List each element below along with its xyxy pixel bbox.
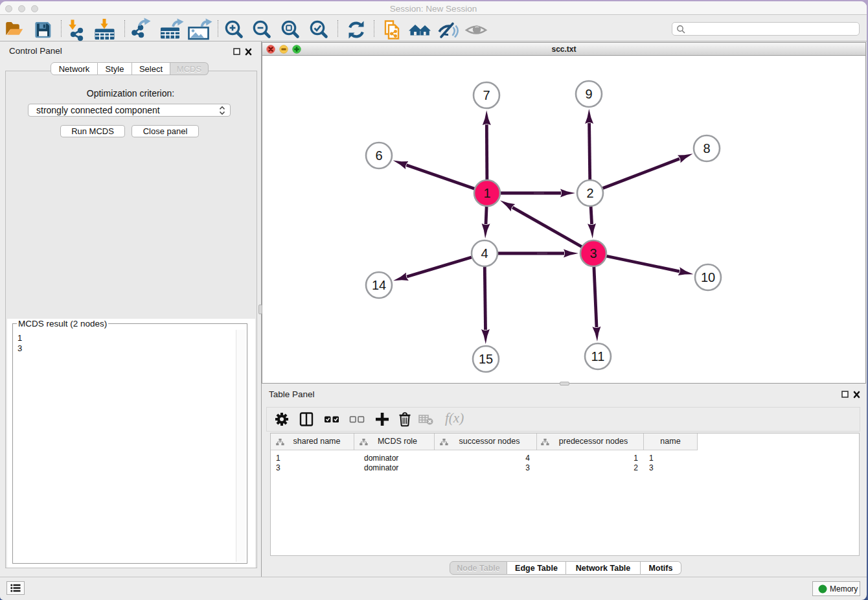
- svg-text:15: 15: [479, 352, 493, 366]
- svg-text:10: 10: [701, 270, 715, 284]
- svg-text:1: 1: [483, 186, 490, 200]
- svg-text:7: 7: [483, 88, 490, 102]
- svg-text:14: 14: [372, 278, 386, 292]
- svg-text:9: 9: [585, 87, 592, 101]
- svg-text:2: 2: [586, 186, 593, 200]
- svg-text:3: 3: [589, 246, 597, 260]
- svg-text:11: 11: [591, 349, 605, 363]
- svg-text:6: 6: [375, 148, 382, 163]
- svg-text:8: 8: [703, 141, 710, 156]
- svg-text:4: 4: [481, 246, 488, 260]
